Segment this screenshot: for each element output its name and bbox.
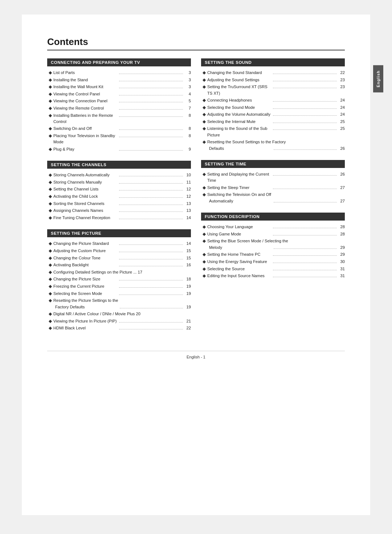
dots [119, 280, 183, 280]
bullet-icon: ◆ [49, 146, 52, 153]
entry-text: Viewing the Control Panel [53, 91, 118, 97]
entry-text: Sorting the Stored Channels [53, 201, 118, 207]
entry-text: Resetting the Picture Settings to the [53, 297, 118, 304]
dots [119, 329, 183, 329]
entry-text: Freezing the Current Picture [53, 283, 118, 289]
page-num: 25 [338, 119, 345, 125]
dots [119, 259, 183, 259]
toc-list-function: ◆ Choosing Your Language 28 ◆ Using Game… [201, 223, 345, 280]
page-num: 31 [338, 273, 345, 279]
bullet-icon: ◆ [49, 77, 52, 83]
entry-text: Connecting Headphones [207, 97, 271, 103]
footer-text: English - 1 [187, 355, 205, 359]
list-item: ◆ List of Parts 3 [47, 69, 191, 77]
entry-text: Changing the Sound Standard [207, 70, 271, 76]
list-item: ◆ Setting the TruSurround XT (SRS TS XT)… [201, 83, 345, 97]
bullet-icon: ◆ [49, 318, 52, 325]
bullet-icon: ◆ [49, 69, 52, 76]
footer: English - 1 [47, 351, 345, 359]
list-item: ◆ Viewing the Control Panel 4 [47, 91, 191, 98]
page-num: 28 [338, 224, 345, 230]
dots [273, 130, 337, 130]
section-sound: Setting the Sound ◆ Changing the Sound S… [201, 58, 345, 152]
page-num: 19 [184, 291, 191, 297]
page-num: 8 [184, 126, 191, 132]
page-num: 28 [338, 231, 345, 237]
dots [273, 108, 337, 109]
page-num: 8 [184, 112, 191, 119]
entry-text: Viewing the Remote Control [53, 105, 118, 111]
dots [273, 101, 337, 102]
section-header-sound: Setting the Sound [201, 58, 345, 66]
page-num: 19 [184, 304, 191, 310]
entry-text: Using Game Mode [207, 231, 271, 237]
entry-continuation: Automatically [209, 198, 272, 204]
page-num: 16 [184, 262, 191, 268]
list-item: ◆ Selecting the Screen Mode 19 [47, 290, 191, 297]
list-item: ◆ Storing Channels Automatically 10 [47, 172, 191, 179]
bullet-icon: ◆ [203, 77, 206, 83]
entry-continuation: Melody [209, 245, 272, 251]
list-item: ◆ Changing the Colour Tone 15 [47, 255, 191, 262]
bullet-icon: ◆ [203, 184, 206, 191]
bullet-icon: ◆ [203, 118, 206, 125]
dots [119, 95, 183, 95]
dots [119, 245, 183, 245]
entry-text: Resetting the Sound Settings to the Fact… [207, 139, 286, 145]
bullet-icon: ◆ [203, 238, 206, 245]
page-num: 27 [338, 198, 345, 204]
bullet-icon: ◆ [203, 266, 206, 272]
bullet-icon: ◆ [49, 186, 52, 193]
list-item: ◆ Selecting the Source 31 [201, 266, 345, 273]
bullet-icon: ◆ [49, 132, 52, 139]
list-item: ◆ Switching the Television On and Off Au… [201, 191, 345, 205]
list-item: ◆ Changing the Picture Size 18 [47, 276, 191, 283]
list-item: ◆ Adjusting the Volume Automatically 24 [201, 111, 345, 118]
bullet-icon: ◆ [203, 97, 206, 104]
page-num: 25 [338, 126, 345, 132]
toc-list-sound: ◆ Changing the Sound Standard 22 ◆ Adjus… [201, 69, 345, 152]
list-item: ◆ Configuring Detailed Settings on the P… [47, 269, 191, 276]
entry-text: Viewing the Connection Panel [53, 98, 118, 104]
bullet-icon: ◆ [49, 207, 52, 214]
entry-text: Activating the Child Lock [53, 193, 118, 200]
entry-text: Changing the Colour Tone [53, 255, 118, 261]
section-channels: Setting the Channels ◆ Storing Channels … [47, 161, 191, 221]
entry-text: Installing Batteries in the Remote Contr… [53, 112, 118, 125]
entry-text: Choosing Your Language [207, 224, 271, 230]
bullet-icon: ◆ [49, 255, 52, 262]
list-item: ◆ Installing the Wall Mount Kit 3 [47, 83, 191, 91]
list-item: ◆ Setting the Channel Lists 12 [47, 186, 191, 193]
list-item: ◆ Using the Energy Saving Feature 30 [201, 258, 345, 266]
page-num: 13 [184, 201, 191, 207]
bullet-icon: ◆ [49, 83, 52, 90]
bullet-icon: ◆ [203, 191, 206, 198]
list-item: ◆ Resetting the Sound Settings to the Fa… [201, 139, 345, 152]
list-item: ◆ Plug & Play 9 [47, 146, 191, 153]
dots [273, 81, 337, 81]
bullet-icon: ◆ [49, 179, 52, 186]
entry-text: Setting and Displaying the Current Time [207, 171, 271, 184]
bullet-icon: ◆ [49, 112, 52, 119]
entry-text: Editing the Input Source Names [207, 273, 271, 279]
entry-text: Storing Channels Manually [53, 179, 118, 185]
toc-list-picture: ◆ Changing the Picture Standard 14 ◆ Adj… [47, 240, 191, 332]
page-num: 10 [184, 172, 191, 178]
page-num: 26 [338, 171, 345, 177]
bullet-icon: ◆ [203, 125, 206, 132]
entry-text: Switching On and Off [53, 126, 118, 132]
bullet-icon: ◆ [203, 83, 206, 90]
section-header-connecting: Connecting and Preparing Your TV [47, 58, 191, 66]
bullet-icon: ◆ [203, 111, 206, 118]
page-num: 22 [184, 325, 191, 331]
page-num: 9 [184, 146, 191, 152]
right-column: Setting the Sound ◆ Changing the Sound S… [201, 58, 345, 340]
bullet-icon: ◆ [49, 214, 52, 221]
dots [119, 219, 183, 219]
list-item: ◆ Installing Batteries in the Remote Con… [47, 112, 191, 126]
dots [119, 137, 183, 137]
entry-text: Activating Backlight [53, 262, 118, 268]
bullet-icon: ◆ [203, 251, 206, 258]
page-num: 7 [184, 105, 191, 111]
list-item: ◆ Viewing the Remote Control 7 [47, 105, 191, 112]
